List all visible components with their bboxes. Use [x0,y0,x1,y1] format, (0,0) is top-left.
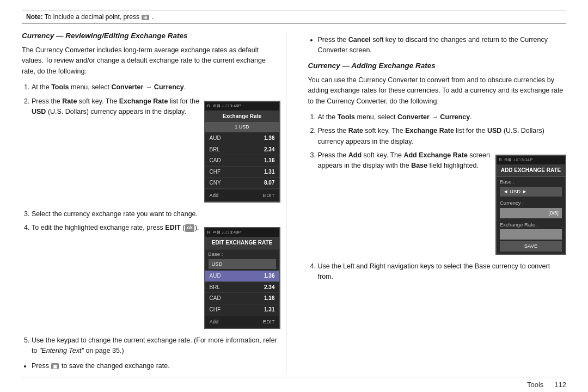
footer-page-num: 112 [554,381,566,389]
footer: Tools 112 [22,377,566,389]
decimal-key-icon: ⊞ [142,15,149,20]
screen1-title: Exchange Rate [205,111,279,123]
screen-add-exchange-label: Exchange Rate : [497,220,565,230]
right-section-title: Currency — Adding Exchange Rates [308,62,567,70]
step3r-inline: Press the Add soft key. The Add Exchange… [318,150,567,258]
screen2-base-label: Base : [205,249,279,259]
left-bullet-save: Press ▣ to save the changed exchange rat… [32,361,280,371]
screen2-row-chf: CHF1.31 [205,304,279,316]
screen2-title: EDIT EXCHANGE RATE [205,237,279,249]
left-step-2: Press the Rate soft key. The Exchange Ra… [32,96,280,206]
left-step-1: At the Tools menu, select Converter → Cu… [32,82,280,93]
left-steps-list: At the Tools menu, select Converter → Cu… [22,82,280,357]
footer-tools-label: Tools [527,381,543,389]
right-step-1: At the Tools menu, select Converter → Cu… [318,112,567,122]
right-bullets-top: Press the Cancel soft key to discard the… [308,35,567,56]
left-bullets: Press ▣ to save the changed exchange rat… [22,361,280,371]
screen-add-statusbar: R. ⊕⊠ ♪↓□ 5:14P [497,156,565,164]
screen-add-base-label: Base : [497,177,565,187]
left-column: Currency — Reviewing/Editing Exchange Ra… [22,32,286,373]
save-icon: ▣ [51,363,59,369]
screen2-row-aud: AUD1.36 [205,271,279,282]
right-intro: You can use the Currency Converter to co… [308,75,567,107]
step2-inline: Press the Rate soft key. The Exchange Ra… [32,96,280,206]
screen2-base-value: USD [209,259,276,270]
screen-add-exchange-rate: R. ⊕⊠ ♪↓□ 5:14P ADD EXCHANGE RATE Base :… [495,155,566,255]
note-text: To include a decimal point, press [45,13,139,21]
screen1-subtitle: 1 USD [205,122,279,132]
note-label: Note: [26,13,43,21]
right-step-2: Press the Rate soft key. The Exchange Ra… [318,126,567,147]
screen1-row-cad: CAD1.16 [205,155,279,167]
right-column: Press the Cancel soft key to discard the… [303,32,567,373]
screen-add-title: ADD EXCHANGE RATE [497,164,565,177]
right-step-4: Use the Left and Right navigation keys t… [318,261,567,283]
screen-edit-exchange-rate: R. ⇔⊠ ♪↓□ 3:49P EDIT EXCHANGE RATE Base … [204,227,280,329]
right-bullet-cancel: Press the Cancel soft key to discard the… [318,35,567,56]
screen2-footer: Add EDIT [205,316,279,328]
screen1-row-aud: AUD1.36 [205,133,279,144]
screen-add-currency-label: Currency : [497,198,565,208]
left-step-3: Select the currency exchange rate you wa… [32,209,280,219]
screen1-row-brl: BRL2.34 [205,144,279,156]
page: Note: To include a decimal point, press … [0,0,588,392]
columns: Currency — Reviewing/Editing Exchange Ra… [22,32,566,373]
step4-inline: To edit the highlighted exchange rate, p… [32,223,280,332]
screen2-row-cad: CAD1.16 [205,293,279,304]
left-section-title: Currency — Reviewing/Editing Exchange Ra… [22,32,280,40]
screen1-footer: Add EDIT [205,190,279,201]
screen1-row-chf: CHF1.31 [205,167,279,178]
top-note: Note: To include a decimal point, press … [22,10,566,24]
screen-add-save-btn: SAVE [500,241,562,252]
screen2-statusbar: R. ⇔⊠ ♪↓□ 3:49P [205,228,279,237]
screen1-row-cny: CNY8.07 [205,177,279,189]
step4-text: To edit the highlighted exchange rate, p… [32,223,200,233]
screen-add-base-value: ◄ USD ► [500,187,562,197]
ok-icon: ok [185,224,194,232]
screen-add-exchange-value [500,229,562,240]
screen-exchange-rate: R. ⊕⊠ ♪↓□ 3:46P Exchange Rate 1 USD AUD1… [204,101,280,203]
screen1-statusbar: R. ⊕⊠ ♪↓□ 3:46P [205,102,279,111]
step3r-text: Press the Add soft key. The Add Exchange… [318,150,492,171]
left-step-5: Use the keypad to change the current exc… [32,335,280,357]
right-step-3: Press the Add soft key. The Add Exchange… [318,150,567,258]
right-steps-list: At the Tools menu, select Converter → Cu… [308,112,567,283]
left-step-4: To edit the highlighted exchange rate, p… [32,223,280,332]
step2-text: Press the Rate soft key. The Exchange Ra… [32,96,200,118]
screen2-row-brl: BRL2.34 [205,282,279,293]
screen-add-currency-value: [0/5] [500,208,562,218]
left-intro: The Currency Converter includes long-ter… [22,45,280,77]
